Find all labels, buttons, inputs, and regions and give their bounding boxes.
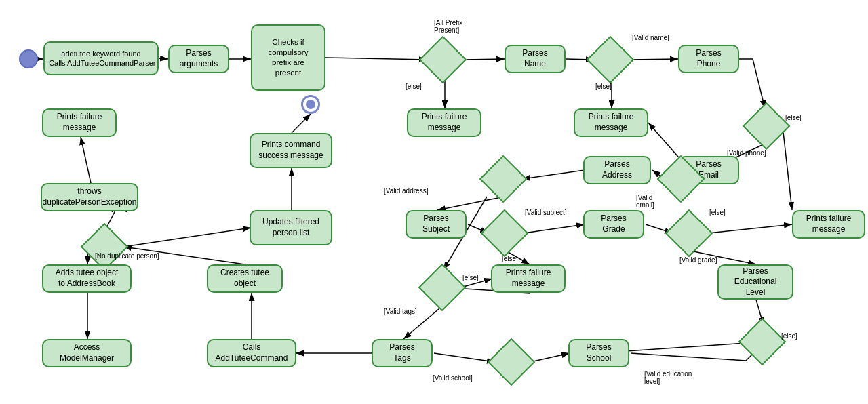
- diamond-name-shape: [587, 36, 635, 84]
- parses-grade-label: ParsesGrade: [601, 214, 626, 235]
- calls-addtutee-cmd-node: CallsAddTuteeCommand: [207, 339, 296, 367]
- start-node: [19, 49, 38, 68]
- print-fail-subject-node: Prints failuremessage: [491, 264, 566, 293]
- svg-line-21: [708, 224, 792, 233]
- diamond-prefix-node: [425, 42, 460, 77]
- parses-subject-node: ParsesSubject: [406, 210, 467, 239]
- svg-line-17: [437, 197, 505, 210]
- diamond-address-node: [486, 161, 521, 197]
- updates-filtered-node: Updates filteredperson list: [250, 210, 332, 245]
- svg-line-5: [462, 59, 505, 60]
- diamond-edu-shape: [738, 318, 787, 366]
- diamond-address-shape: [479, 155, 528, 203]
- creates-tutee-node: Creates tuteeobject: [207, 264, 283, 293]
- parses-address-label: ParsesAddress: [602, 159, 632, 180]
- checks-prefix-node: Checks ifcompulsoryprefix arepresent: [251, 24, 326, 91]
- svg-line-30: [434, 353, 495, 362]
- label-valid-name: [Valid name]: [632, 34, 669, 41]
- label-valid-email: [Validemail]: [636, 194, 654, 209]
- label-else-name: [else]: [595, 83, 612, 90]
- diamond-subject-node: [487, 216, 522, 251]
- svg-line-11: [753, 59, 765, 108]
- label-valid-address: [Valid address]: [384, 187, 428, 195]
- svg-line-12: [783, 126, 792, 210]
- diamond-subject-shape: [481, 209, 529, 258]
- diamond-phone-shape: [743, 102, 791, 150]
- checks-prefix-label: Checks ifcompulsoryprefix arepresent: [269, 37, 309, 78]
- parses-edu-node: ParsesEducationalLevel: [717, 264, 793, 300]
- diagram-container: addtutee keyword found -Calls AddTuteeCo…: [0, 0, 868, 404]
- label-valid-school: [Valid school]: [433, 374, 473, 382]
- label-valid-edu: [Valid educationlevel]: [644, 370, 692, 385]
- svg-line-16: [522, 170, 585, 179]
- print-fail-name-node: Prints failuremessage: [574, 108, 648, 137]
- end-node: [301, 95, 320, 114]
- throws-dup-node: throwsduplicatePersonException: [41, 183, 138, 211]
- svg-line-7: [629, 59, 678, 60]
- end-circle: [301, 95, 320, 114]
- label-valid-tags: [Valid tags]: [384, 308, 417, 315]
- diamond-school-shape: [488, 338, 536, 386]
- svg-line-32: [631, 353, 746, 361]
- diamond-school-node: [494, 344, 529, 380]
- print-fail-phone-right-label: Prints failuremessage: [806, 214, 852, 235]
- parses-tags-label: ParsesTags: [389, 342, 414, 363]
- diamond-prefix-shape: [419, 36, 467, 84]
- diamond-grade-node: [671, 216, 707, 251]
- label-else-grade: [else]: [709, 209, 726, 216]
- access-mm-node: AccessModelManager: [42, 339, 132, 367]
- calls-addtutee-cmd-label: CallsAddTuteeCommand: [216, 342, 288, 363]
- print-fail-dup-node: Prints failuremessage: [42, 108, 117, 137]
- parses-school-node: ParsesSchool: [568, 339, 629, 367]
- svg-line-19: [524, 224, 585, 233]
- label-else-prefix: [else]: [406, 83, 422, 90]
- diamond-phone-node: [749, 108, 784, 144]
- svg-line-44: [648, 123, 682, 161]
- parses-phone-node: ParsesPhone: [678, 45, 739, 73]
- print-fail-subject-label: Prints failuremessage: [506, 268, 551, 289]
- diamond-email-node: [663, 161, 698, 197]
- parse-args-label: Parsesarguments: [180, 48, 218, 69]
- print-fail-phone-right-node: Prints failuremessage: [792, 210, 865, 239]
- parse-args-node: Parsesarguments: [168, 45, 229, 73]
- diamond-edu-node: [745, 324, 780, 359]
- label-else-subject: [else]: [502, 255, 518, 262]
- print-success-node: Prints commandsuccess message: [250, 133, 332, 168]
- parses-subject-label: ParsesSubject: [422, 214, 450, 235]
- label-valid-grade: [Valid grade]: [679, 256, 717, 264]
- print-success-label: Prints commandsuccess message: [258, 140, 323, 161]
- svg-line-43: [123, 228, 251, 247]
- label-all-prefix: [All PrefixPresent]: [434, 19, 462, 34]
- parses-grade-node: ParsesGrade: [583, 210, 644, 239]
- diamond-grade-shape: [665, 209, 713, 258]
- updates-filtered-label: Updates filteredperson list: [262, 217, 319, 238]
- label-valid-subject: [Valid subject]: [525, 209, 567, 216]
- svg-line-2: [159, 58, 168, 59]
- adds-tutee-node: Adds tutee objectto AddressBook: [42, 264, 132, 293]
- creates-tutee-label: Creates tuteeobject: [220, 268, 269, 289]
- end-circle-inner: [306, 100, 315, 109]
- svg-line-40: [81, 137, 91, 183]
- parses-name-label: ParsesName: [522, 48, 547, 69]
- parses-address-node: ParsesAddress: [583, 156, 651, 184]
- throws-dup-label: throwsduplicatePersonException: [43, 186, 137, 207]
- parses-name-node: ParsesName: [505, 45, 566, 73]
- label-else-edu: [else]: [781, 332, 797, 340]
- diamond-tags-node: [425, 270, 460, 305]
- svg-line-4: [326, 58, 427, 60]
- diamond-dup-shape: [81, 223, 129, 271]
- adds-tutee-label: Adds tutee objectto AddressBook: [56, 268, 119, 289]
- access-mm-label: AccessModelManager: [60, 342, 114, 363]
- print-fail-dup-label: Prints failuremessage: [57, 112, 102, 133]
- parses-school-label: ParsesSchool: [586, 342, 611, 363]
- svg-line-31: [530, 353, 570, 362]
- diamond-email-shape: [657, 155, 705, 203]
- label-else-tags: [else]: [462, 274, 479, 281]
- print-fail-prefix-node: Prints failuremessage: [407, 108, 481, 137]
- addtutee-label: addtutee keyword found -Calls AddTuteeCo…: [47, 49, 156, 68]
- label-no-dup: [No duplicate person]: [95, 252, 159, 260]
- print-fail-prefix-label: Prints failuremessage: [422, 112, 467, 133]
- print-fail-name-label: Prints failuremessage: [589, 112, 634, 133]
- svg-line-42: [292, 114, 311, 133]
- parses-tags-node: ParsesTags: [372, 339, 433, 367]
